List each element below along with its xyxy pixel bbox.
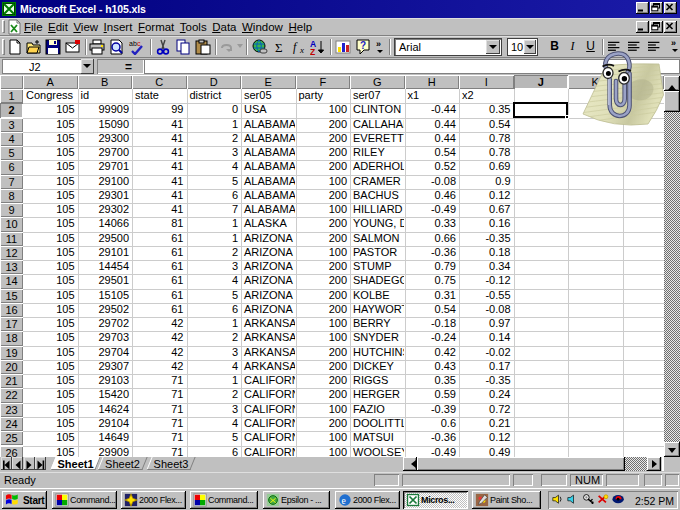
svg-text:?: ? (360, 40, 366, 51)
svg-text:f: f (293, 40, 298, 54)
svg-text:c: c (137, 40, 141, 47)
svg-text:x: x (299, 45, 304, 55)
svg-text:Σ: Σ (275, 40, 283, 55)
svg-text:e: e (342, 495, 346, 506)
svg-text:ab: ab (129, 40, 137, 47)
svg-text:»: » (376, 39, 381, 49)
svg-text:Z: Z (310, 47, 315, 55)
svg-text:»: » (671, 38, 676, 48)
